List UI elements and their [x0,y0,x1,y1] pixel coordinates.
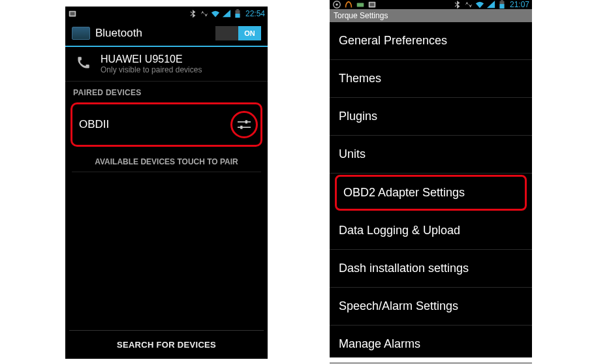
status-bar: 22:54 [65,7,268,21]
bluetooth-toggle[interactable]: ON [215,26,261,40]
signal-icon [222,9,231,18]
svg-rect-11 [357,3,364,7]
my-device-row[interactable]: HUAWEI U9510E Only visible to paired dev… [65,47,268,82]
settings-item-themes[interactable]: Themes [330,60,532,98]
svg-rect-16 [501,0,503,1]
settings-item-units[interactable]: Units [330,136,532,174]
settings-item-obd2-adapter-settings[interactable]: OBD2 Adapter Settings [335,175,527,211]
paired-device-name: OBDII [79,118,109,131]
bluetooth-header: Bluetooth ON [65,21,268,47]
notification-icon [356,0,365,9]
paired-devices-label: PAIRED DEVICES [65,82,268,101]
settings-item-manage-alarms[interactable]: Manage Alarms [330,326,532,363]
search-for-devices-button[interactable]: SEARCH FOR DEVICES [69,330,264,359]
status-clock: 22:54 [245,9,265,18]
svg-rect-15 [499,4,504,8]
wifi-icon [475,0,484,9]
torque-settings-screen: 21:07 Torque Settings General Preference… [330,0,532,357]
svg-rect-1 [70,12,75,15]
available-devices-label[interactable]: AVAILABLE DEVICES TOUCH TO PAIR [72,148,261,172]
notification-icon [68,9,77,18]
gps-icon [332,0,341,9]
settings-item-data-logging-upload[interactable]: Data Logging & Upload [330,212,532,250]
paired-device-obdii[interactable]: OBDII [70,102,262,147]
status-clock: 21:07 [510,0,529,9]
data-icon [464,0,473,9]
signal-icon [486,0,495,9]
bluetooth-title: Bluetooth [95,27,210,40]
torque-icon [344,0,353,9]
bluetooth-status-icon [189,9,198,18]
svg-rect-4 [236,9,239,10]
sliders-icon [238,119,251,130]
settings-list: General PreferencesThemesPluginsUnitsOBD… [330,22,532,363]
toggle-on-label: ON [238,26,261,40]
svg-rect-3 [235,14,240,18]
bluetooth-settings-screen: 22:54 Bluetooth ON HUAWEI U9510E Only vi… [65,7,268,359]
settings-item-general-preferences[interactable]: General Preferences [330,22,532,60]
settings-item-dash-installation-settings[interactable]: Dash installation settings [330,250,532,288]
svg-rect-8 [240,126,242,129]
status-bar: 21:07 [330,0,532,9]
battery-icon [233,9,242,18]
device-visibility: Only visible to paired devices [101,65,260,74]
paired-device-settings-button[interactable] [230,111,258,138]
bluetooth-header-icon [72,27,90,40]
data-icon [200,9,209,18]
phone-icon [73,54,93,74]
svg-rect-6 [245,120,247,123]
svg-rect-13 [370,3,375,6]
wifi-icon [211,9,220,18]
battery-icon [497,0,507,9]
bluetooth-status-icon [453,0,462,9]
svg-point-10 [336,3,338,6]
notification-icon-2 [367,0,377,9]
device-name: HUAWEI U9510E [101,53,260,65]
torque-settings-header: Torque Settings [330,9,532,22]
settings-item-speech-alarm-settings[interactable]: Speech/Alarm Settings [330,288,532,326]
settings-item-plugins[interactable]: Plugins [330,98,532,136]
